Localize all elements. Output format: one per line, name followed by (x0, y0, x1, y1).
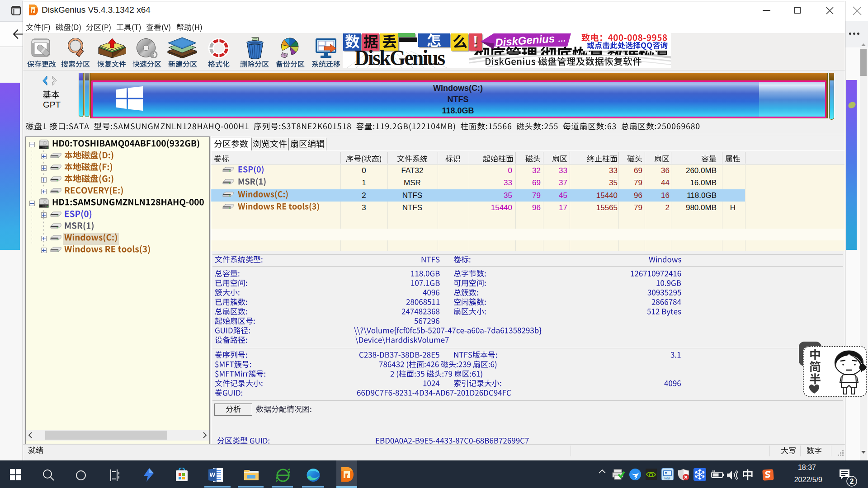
svg-text:intel: intel (665, 477, 670, 480)
svg-text:2: 2 (850, 478, 854, 485)
